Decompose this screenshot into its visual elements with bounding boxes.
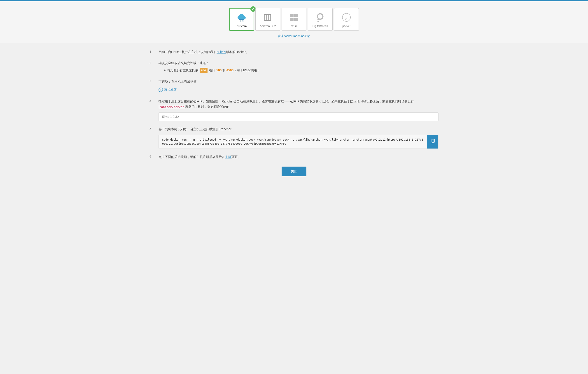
- rancher-server-code: rancher/server: [158, 105, 185, 109]
- content-area: 1 启动一台Linux主机并在主机上安装好我们支持的版本的Docker。 2 确…: [136, 43, 452, 192]
- step-2-sublist: 与其他所有主机之间的 UDP 端口 500 和 4500（用于IPsec网络）: [164, 67, 439, 73]
- step-5-content: 将下列脚本拷贝到每一台主机上运行以注册 Rancher: sudo docker…: [158, 127, 439, 149]
- svg-text:p: p: [345, 16, 347, 20]
- svg-rect-24: [431, 140, 434, 143]
- provider-card-packet[interactable]: p packet: [334, 8, 359, 31]
- azure-icon: [288, 11, 300, 23]
- port-500: 500: [216, 68, 221, 72]
- provider-label-digitalocean: DigitalOcean: [313, 25, 328, 28]
- svg-rect-21: [317, 21, 319, 22]
- step-5-text: 将下列脚本拷贝到每一台主机上运行以注册 Rancher:: [158, 127, 439, 132]
- ip-input-wrapper: [158, 112, 439, 121]
- step-4-text-after: 容器的主机时，则必须设置此IP。: [185, 105, 232, 109]
- amazon-ec2-icon: [262, 11, 274, 23]
- add-tag-button[interactable]: + 添加标签: [158, 86, 177, 93]
- step-6-text-before: 点击下面的关闭按钮，新的主机注册后会显示在: [158, 155, 225, 159]
- svg-point-19: [317, 14, 323, 19]
- step-3-text: 可选项：在主机上增加标签: [158, 79, 439, 84]
- step-5-num: 5: [149, 127, 154, 131]
- manage-link-row: 管理docker-machine驱动: [0, 34, 588, 38]
- step-3-content: 可选项：在主机上增加标签 + 添加标签: [158, 79, 439, 94]
- step-1-text: 启动一台Linux主机并在主机上安装好我们支持的版本的Docker。: [158, 49, 439, 55]
- step-6: 6 点击下面的关闭按钮，新的主机注册后会显示在主机页面。: [149, 154, 439, 160]
- header-area: ✓ Custom: [0, 1, 588, 43]
- svg-point-6: [240, 20, 241, 22]
- copy-icon: [430, 139, 435, 145]
- cmd-block: sudo docker run --rm --privileged -v /va…: [158, 135, 439, 149]
- step-2-sub-text: 与其他所有主机之间的 UDP 端口 500 和 4500（用于IPsec网络）: [167, 67, 260, 73]
- provider-label-custom: Custom: [237, 25, 247, 28]
- cmd-text: sudo docker run --rm --privileged -v /va…: [159, 135, 427, 148]
- provider-label-packet: packet: [342, 25, 350, 28]
- digitalocean-icon: [314, 11, 326, 23]
- step-4-num: 4: [149, 99, 154, 103]
- step-6-text: 点击下面的关闭按钮，新的主机注册后会显示在主机页面。: [158, 154, 439, 160]
- svg-rect-8: [239, 19, 244, 20]
- step-1-num: 1: [149, 49, 154, 53]
- manage-drivers-link[interactable]: 管理docker-machine驱动: [278, 34, 311, 38]
- svg-rect-15: [290, 14, 294, 17]
- step-6-num: 6: [149, 154, 154, 158]
- ip-input[interactable]: [158, 112, 439, 121]
- step-2-content: 确认安全组或防火墙允许以下通讯： 与其他所有主机之间的 UDP 端口 500 和…: [158, 61, 439, 73]
- step-2: 2 确认安全组或防火墙允许以下通讯： 与其他所有主机之间的 UDP 端口 500…: [149, 61, 439, 73]
- svg-rect-16: [294, 14, 298, 17]
- close-button[interactable]: 关闭: [282, 166, 306, 176]
- step-6-text-after: 页面。: [231, 155, 241, 159]
- custom-icon: [235, 11, 248, 23]
- provider-label-amazon: Amazon EC2: [260, 25, 276, 28]
- provider-row: ✓ Custom: [0, 8, 588, 31]
- step-3-num: 3: [149, 79, 154, 83]
- step-4-content: 指定用于注册这台主机的公网IP。如果留空，Rancher会自动检测IP注册。通常…: [158, 99, 439, 121]
- packet-icon: p: [340, 11, 353, 23]
- step-4-text: 指定用于注册这台主机的公网IP。如果留空，Rancher会自动检测IP注册。通常…: [158, 99, 439, 110]
- udp-badge: UDP: [200, 68, 208, 73]
- provider-card-custom[interactable]: ✓ Custom: [229, 8, 254, 31]
- step-1-content: 启动一台Linux主机并在主机上安装好我们支持的版本的Docker。: [158, 49, 439, 55]
- step-1: 1 启动一台Linux主机并在主机上安装好我们支持的版本的Docker。: [149, 49, 439, 55]
- step-2-num: 2: [149, 61, 154, 64]
- step-4: 4 指定用于注册这台主机的公网IP。如果留空，Rancher会自动检测IP注册。…: [149, 99, 439, 121]
- plus-circle-icon: +: [158, 88, 163, 92]
- port-4500: 4500: [227, 68, 233, 72]
- provider-card-amazon-ec2[interactable]: Amazon EC2: [255, 8, 280, 31]
- supported-version-link[interactable]: 支持的: [217, 50, 226, 54]
- hosts-page-link[interactable]: 主机: [225, 155, 231, 159]
- step-2-sub-item: 与其他所有主机之间的 UDP 端口 500 和 4500（用于IPsec网络）: [164, 67, 439, 73]
- svg-rect-17: [290, 18, 294, 21]
- svg-rect-13: [264, 14, 271, 15]
- svg-rect-14: [264, 20, 271, 21]
- svg-point-7: [242, 20, 244, 22]
- provider-card-azure[interactable]: Azure: [282, 8, 306, 31]
- svg-point-3: [239, 14, 244, 19]
- provider-card-digitalocean[interactable]: DigitalOcean: [308, 8, 333, 31]
- step-6-content: 点击下面的关闭按钮，新的主机注册后会显示在主机页面。: [158, 154, 439, 160]
- add-tag-label: 添加标签: [164, 88, 177, 92]
- step-4-text-before: 指定用于注册这台主机的公网IP。如果留空，Rancher会自动检测IP注册。通常…: [158, 100, 414, 103]
- check-badge: ✓: [251, 6, 256, 12]
- svg-rect-25: [432, 139, 434, 142]
- step-2-text: 确认安全组或防火墙允许以下通讯：: [158, 61, 439, 66]
- step-5: 5 将下列脚本拷贝到每一台主机上运行以注册 Rancher: sudo dock…: [149, 127, 439, 149]
- provider-label-azure: Azure: [290, 25, 297, 28]
- copy-button[interactable]: [427, 135, 438, 148]
- close-button-row: 关闭: [149, 166, 439, 185]
- svg-rect-20: [317, 19, 320, 20]
- bullet-dot: [164, 70, 166, 71]
- step-3: 3 可选项：在主机上增加标签 + 添加标签: [149, 79, 439, 94]
- svg-rect-18: [294, 18, 298, 21]
